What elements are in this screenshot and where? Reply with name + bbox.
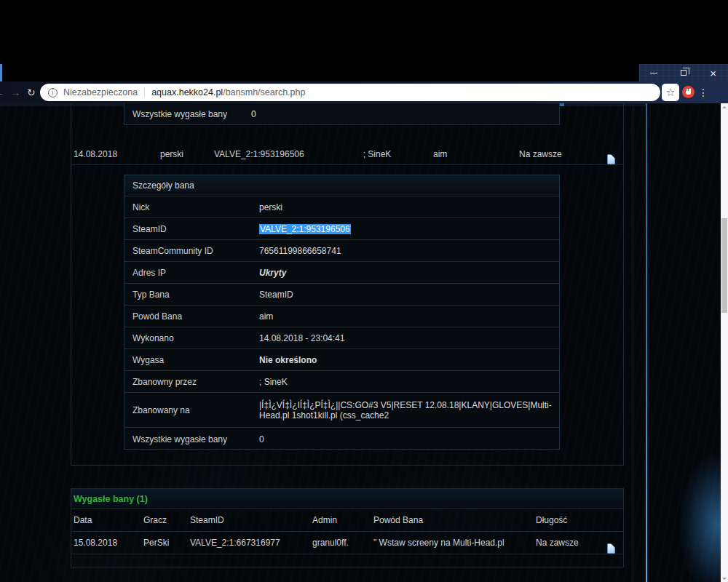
back-icon[interactable]: ← — [0, 86, 4, 99]
detail-row-banned-on: Zbanowany na |Í‡Ì¿VÍ‡Ì¿IÍ‡Ì¿PÍ‡Ì¿||CS:GO… — [124, 392, 559, 427]
selected-text: VALVE_2:1:953196506 — [259, 224, 351, 234]
detail-row-ip: Adres IP Ukryty — [124, 261, 559, 283]
security-label: Niezabezpieczona — [63, 87, 138, 97]
document-icon — [607, 154, 615, 164]
page-info-icon[interactable]: i — [48, 88, 58, 97]
detail-label: SteamID — [124, 224, 259, 234]
star-icon: ☆ — [665, 86, 675, 99]
expired-bans-header-row: Data Gracz SteamID Admin Powód Bana Dług… — [71, 509, 623, 532]
expired-ban-row[interactable]: 15.08.2018 PerSki VALVE_2:1:667316977 gr… — [71, 532, 623, 554]
ban-details-table: Szczegóły bana Nick perski SteamID VALVE… — [124, 175, 560, 450]
page-viewport: Wszystkie wygasłe bany 0 14.08.2018 pers… — [0, 103, 721, 582]
ban-details-title: Szczegóły bana — [124, 175, 559, 196]
expired-ban-steamid: VALVE_2:1:667316977 — [190, 538, 280, 548]
detail-value: 0 — [251, 109, 256, 119]
detail-value: 76561199866658741 — [259, 246, 559, 256]
minimize-button[interactable] — [639, 64, 669, 81]
column-header-dlugosc: Długość — [536, 515, 567, 525]
content-wrapper-edge — [633, 103, 633, 582]
scrollbar-thumb[interactable] — [721, 218, 727, 313]
restore-button[interactable] — [669, 64, 699, 81]
ban-player: perski — [143, 149, 201, 159]
browser-menu-button[interactable]: ⋮ — [698, 86, 708, 99]
detail-row-ban-type: Typ Bana SteamID — [124, 283, 559, 305]
expired-bans-panel: Wygasłe bany (1) Data Gracz SteamID Admi… — [71, 488, 624, 567]
detail-label: Wygasa — [124, 355, 259, 365]
detail-label: Zbanowny przez — [124, 377, 259, 387]
scrollbar-down-arrow[interactable] — [721, 575, 728, 582]
url-divider — [144, 87, 145, 97]
detail-label: Wszystkie wygasłe bany — [124, 434, 259, 445]
expired-ban-admin: granul0ff. — [312, 538, 349, 548]
expired-ban-reason: " Wstaw screeny na Multi-Head.pl — [373, 538, 505, 548]
detail-row-community-id: SteamCommunity ID 76561199866658741 — [124, 239, 559, 261]
previous-ban-footer-row: Wszystkie wygasłe bany 0 — [124, 103, 560, 125]
ban-steamid: VALVE_2:1:953196506 — [214, 149, 304, 159]
url-host: aquax.hekko24.pl — [151, 87, 223, 97]
ban-reason: aim — [433, 149, 447, 159]
column-header-powod: Powód Bana — [373, 515, 423, 525]
column-header-gracz: Gracz — [143, 515, 167, 525]
detail-value: 14.08.2018 - 23:04:41 — [259, 333, 559, 343]
column-header-data: Data — [74, 515, 92, 525]
expired-ban-date: 15.08.2018 — [74, 538, 117, 548]
detail-value: |Í‡Ì¿VÍ‡Ì¿IÍ‡Ì¿PÍ‡Ì¿||CS:GO#3 V5|RESET 1… — [259, 400, 559, 420]
document-icon — [607, 543, 615, 554]
detail-row-expired-count: Wszystkie wygasłe bany 0 — [124, 427, 559, 450]
detail-label: Powód Bana — [124, 311, 259, 322]
expired-ban-player: PerSki — [143, 538, 169, 548]
forward-icon[interactable]: → — [10, 86, 21, 99]
detail-label: Wszystkie wygasłe bany — [124, 109, 251, 119]
detail-value: 0 — [259, 434, 559, 445]
detail-label: Typ Bana — [124, 290, 259, 300]
close-button[interactable]: × — [698, 64, 728, 81]
detail-row-steamid: SteamID VALVE_2:1:953196506 — [124, 218, 559, 239]
detail-label: SteamCommunity ID — [124, 246, 259, 256]
hand-icon — [686, 91, 691, 95]
page-edge-blue-line — [646, 103, 647, 582]
column-header-steamid: SteamID — [190, 515, 224, 525]
ban-date: 14.08.2018 — [74, 149, 117, 159]
close-icon: × — [710, 68, 716, 79]
window-controls: × — [639, 64, 728, 81]
expired-ban-length: Na zawsze — [536, 538, 579, 548]
detail-value: perski — [259, 202, 559, 212]
blue-corner-glow — [655, 438, 721, 582]
ban-admin: ; SineK — [333, 149, 421, 159]
detail-label: Wykonano — [124, 333, 259, 343]
scrollbar-up-arrow[interactable] — [721, 103, 728, 111]
browser-titlebar: × — [0, 64, 728, 81]
restore-icon — [681, 70, 687, 76]
column-header-admin: Admin — [312, 515, 337, 525]
detail-label: Nick — [124, 202, 259, 212]
ban-results-panel: Wszystkie wygasłe bany 0 14.08.2018 pers… — [71, 103, 624, 466]
tab-edge-sliver — [0, 64, 2, 81]
detail-value: aim — [259, 311, 559, 322]
detail-label: Zbanowany na — [124, 405, 259, 415]
address-bar[interactable]: i Niezabezpieczona aquax.hekko24.pl/bans… — [40, 84, 660, 101]
detail-value: Ukryty — [259, 268, 559, 278]
reload-icon[interactable]: ↻ — [27, 86, 36, 99]
ban-length: Na zawsze — [519, 149, 562, 159]
detail-value: Nie określono — [259, 355, 559, 365]
detail-row-nick: Nick perski — [124, 196, 559, 218]
detail-value: SteamID — [259, 290, 559, 300]
detail-value: ; SineK — [259, 377, 559, 387]
browser-toolbar: ← → ↻ i Niezabezpieczona aquax.hekko24.p… — [0, 81, 728, 103]
detail-row-reason: Powód Bana aim — [124, 305, 559, 327]
minimize-icon — [650, 73, 657, 73]
ban-list-row[interactable]: 14.08.2018 perski VALVE_2:1:953196506 ; … — [71, 143, 623, 165]
detail-row-issued: Wykonano 14.08.2018 - 23:04:41 — [124, 327, 559, 348]
browser-scrollbar[interactable] — [721, 103, 728, 582]
bookmark-star-button[interactable]: ☆ — [662, 84, 679, 101]
detail-label: Adres IP — [124, 268, 259, 278]
adblock-extension-button[interactable] — [682, 86, 695, 98]
detail-row-expires: Wygasa Nie określono — [124, 348, 559, 370]
url-path: /bansmh/search.php — [223, 87, 305, 97]
detail-row-banned-by: Zbanowny przez ; SineK — [124, 370, 559, 392]
expired-bans-title: Wygasłe bany (1) — [71, 489, 623, 509]
detail-value: VALVE_2:1:953196506 — [259, 224, 559, 234]
